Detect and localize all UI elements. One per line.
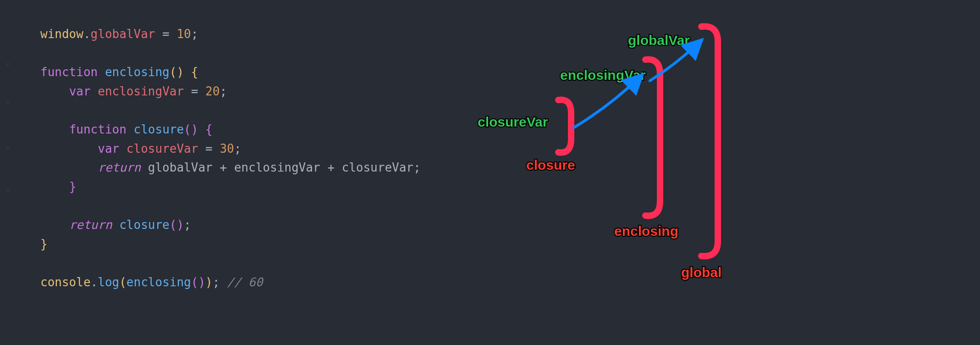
token-comment-result: // 60 (227, 275, 263, 289)
token-enclosingVar-decl: enclosingVar (98, 84, 184, 98)
token-enclosing-fn: enclosing (105, 65, 170, 79)
token-closure-fn: closure (134, 122, 184, 136)
label-closure-scope: closure (526, 154, 575, 176)
label-closureVar: closureVar (478, 111, 548, 133)
label-global-scope: global (681, 262, 721, 284)
token-globalVar-prop: globalVar (91, 27, 155, 41)
code-block: window.globalVar = 10; function enclosin… (40, 25, 421, 292)
label-enclosing-scope: enclosing (614, 220, 678, 242)
token-function-kw: function (40, 65, 98, 79)
scope-diagram: global globalVar enclosing enclosingVar … (463, 18, 830, 330)
arrow-enclosing-to-global (646, 35, 710, 85)
gutter: ⌄ ⌄ ⌄ ⌄ (0, 0, 16, 345)
token-window: window (40, 27, 83, 41)
arrow-closure-to-enclosing (569, 69, 652, 133)
token-closureVar-decl: closureVar (127, 142, 198, 156)
